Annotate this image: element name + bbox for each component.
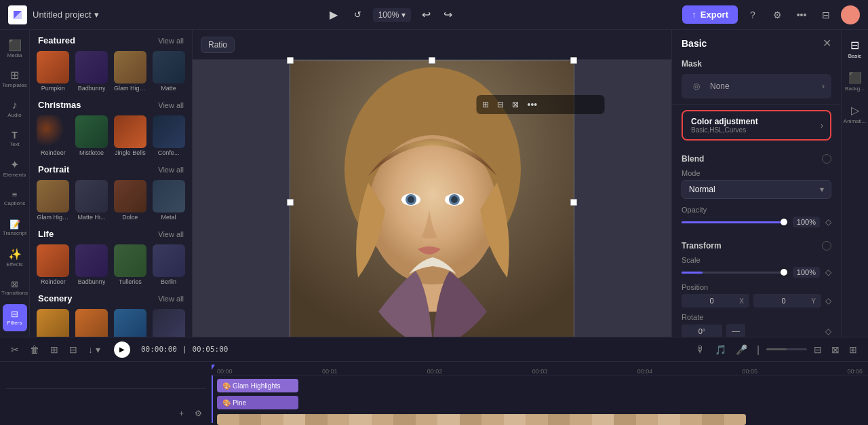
filter-metal[interactable]: Metal	[151, 180, 186, 221]
timeline-settings-button[interactable]: ⚙	[192, 406, 205, 421]
playhead[interactable]	[212, 375, 213, 423]
voice-button[interactable]: 🎤	[733, 341, 750, 358]
split-button[interactable]: ⊞	[47, 341, 61, 358]
tab-background[interactable]: ⬛ Backg...	[844, 67, 866, 96]
track-clip-video[interactable]	[217, 414, 746, 425]
rewind-button[interactable]: ↺	[349, 5, 368, 24]
layout-button[interactable]: ⊟	[816, 5, 835, 24]
music-button[interactable]: 🎵	[712, 341, 729, 358]
sidebar-item-filters[interactable]: ⊟ Filters	[3, 304, 27, 331]
position-reset-icon[interactable]: ◇	[825, 296, 831, 306]
delete-button[interactable]: 🗑	[27, 341, 42, 358]
filter-matte[interactable]: Matte	[151, 51, 186, 92]
canvas-viewport[interactable]: ⊞ ⊟ ⊠ •••	[193, 60, 671, 337]
handle-top[interactable]	[429, 57, 435, 64]
christmas-view-all[interactable]: View all	[158, 101, 184, 109]
life-view-all[interactable]: View all	[158, 230, 184, 238]
timeline-content: 00:00 00:01 00:02 00:03 00:04 00:05 00:0…	[212, 362, 868, 425]
download-button[interactable]: ↓ ▾	[85, 341, 103, 358]
filter-jingle[interactable]: Jingle Bells	[113, 115, 149, 156]
split-timeline-btn[interactable]: |	[754, 341, 762, 358]
sidebar-item-templates[interactable]: ⊞ Templates	[3, 65, 27, 92]
portrait-view-all[interactable]: View all	[158, 166, 184, 174]
filter-glamhigh[interactable]: Glam High...	[113, 51, 149, 92]
user-avatar[interactable]	[841, 5, 860, 24]
filter-berlin[interactable]: Berlin	[151, 244, 186, 285]
ratio-button[interactable]: Ratio	[201, 37, 235, 53]
filter-lasv[interactable]: Las V...	[151, 309, 186, 337]
right-panel-close[interactable]: ✕	[823, 37, 831, 50]
filter-reindeer2[interactable]: Reindeer	[35, 244, 71, 285]
featured-view-all[interactable]: View all	[158, 37, 184, 45]
handle-left[interactable]	[287, 199, 294, 206]
undo-button[interactable]: ↩	[416, 5, 435, 24]
scale-reset-icon[interactable]: ◇	[825, 267, 831, 277]
fit-screen-button[interactable]: ⊞	[479, 97, 492, 112]
app-logo[interactable]	[8, 5, 27, 24]
track-clip-pine[interactable]: 🎨 Pine	[217, 396, 298, 409]
filter-mattehigh[interactable]: Matte Hi...	[74, 180, 110, 221]
filter-reindeer[interactable]: Reindeer	[35, 115, 71, 156]
project-name[interactable]: Untitled project ▾	[33, 10, 99, 20]
cut-button[interactable]: ✂	[8, 341, 22, 358]
sidebar-item-audio[interactable]: ♪ Audio	[3, 95, 27, 122]
filter-confe[interactable]: Confe...	[151, 115, 186, 156]
resize-button[interactable]: ⊠	[509, 97, 522, 112]
add-track-button[interactable]: +	[176, 406, 186, 421]
redo-button[interactable]: ↪	[438, 5, 457, 24]
help-button[interactable]: ?	[743, 5, 762, 24]
sidebar-item-transcript[interactable]: 📝 Transcript	[3, 215, 27, 242]
zoom-fit-button[interactable]: ⊟	[811, 341, 825, 358]
track-clip-glam[interactable]: 🎨 Glam Highlights	[217, 379, 298, 392]
export-button[interactable]: ↑ Export	[682, 5, 738, 24]
rotate-field[interactable]: 0°	[682, 325, 722, 337]
filter-ocean[interactable]: Ocean Eyes	[113, 309, 149, 337]
speed-button[interactable]: ⊟	[66, 341, 80, 358]
tab-basic[interactable]: ⊟ Basic	[844, 34, 866, 64]
timeline-play-button[interactable]: ▶	[114, 341, 130, 358]
position-x-field[interactable]: 0 X	[682, 294, 749, 308]
scale-slider-thumb[interactable]	[781, 269, 787, 276]
rotate-reset-icon[interactable]: ◇	[825, 327, 831, 336]
filter-amber[interactable]: Amber	[74, 309, 110, 337]
settings-button[interactable]: ⚙	[768, 5, 787, 24]
sidebar-item-text[interactable]: T Text	[3, 125, 27, 152]
filter-tulleries[interactable]: Tulleries	[113, 244, 149, 285]
tab-animation[interactable]: ▷ Animati...	[844, 99, 866, 129]
opacity-slider[interactable]	[682, 221, 787, 223]
microphone-button[interactable]: 🎙	[693, 341, 708, 358]
filter-mistletoe[interactable]: Mistletoe	[74, 115, 110, 156]
mask-row[interactable]: ◎ None ›	[682, 74, 831, 98]
ruler-mark-1: 00:01	[322, 368, 338, 375]
crop-button[interactable]: ⊟	[494, 97, 507, 112]
play-button[interactable]: ▶	[324, 5, 343, 24]
blend-mode-select[interactable]: Normal ▾	[682, 180, 831, 199]
canvas-more-button[interactable]: •••	[524, 97, 542, 112]
mirror-button[interactable]: —	[726, 324, 745, 337]
handle-top-left[interactable]	[287, 57, 294, 64]
filter-badbunny[interactable]: Badbunny	[74, 51, 110, 92]
color-adjustment-section[interactable]: Color adjustment Basic,HSL,Curves ›	[682, 110, 831, 141]
sidebar-item-captions[interactable]: ≡ Captions	[3, 185, 27, 212]
scale-slider[interactable]	[682, 272, 787, 274]
fullscreen-button[interactable]: ⊠	[829, 341, 842, 358]
scenery-view-all[interactable]: View all	[158, 295, 184, 303]
filter-dolce[interactable]: Dolce	[113, 180, 149, 221]
opacity-slider-thumb[interactable]	[781, 219, 787, 225]
sidebar-item-transitions[interactable]: ⊠ Transitions	[3, 274, 27, 301]
zoom-control[interactable]: 100% ▾	[373, 8, 412, 22]
sidebar-item-media[interactable]: ⬛ Media	[3, 35, 27, 62]
handle-right[interactable]	[570, 199, 577, 206]
filter-radiance[interactable]: Radiance	[35, 309, 71, 337]
sidebar-item-elements[interactable]: ✦ Elements	[3, 155, 27, 182]
more-button[interactable]: •••	[792, 5, 811, 24]
more-timeline-button[interactable]: ⊞	[846, 341, 860, 358]
timeline-zoom-slider[interactable]	[766, 348, 807, 350]
filter-badbunny2[interactable]: Badbunny	[74, 244, 110, 285]
filter-pumpkin[interactable]: Pumpkin	[35, 51, 71, 92]
position-y-field[interactable]: 0 Y	[753, 294, 821, 308]
sidebar-item-effects[interactable]: ✨ Effects	[3, 244, 27, 272]
opacity-reset-icon[interactable]: ◇	[825, 217, 831, 227]
filter-glamhigh2[interactable]: Glam High...	[35, 180, 71, 221]
handle-top-right[interactable]	[570, 57, 577, 64]
